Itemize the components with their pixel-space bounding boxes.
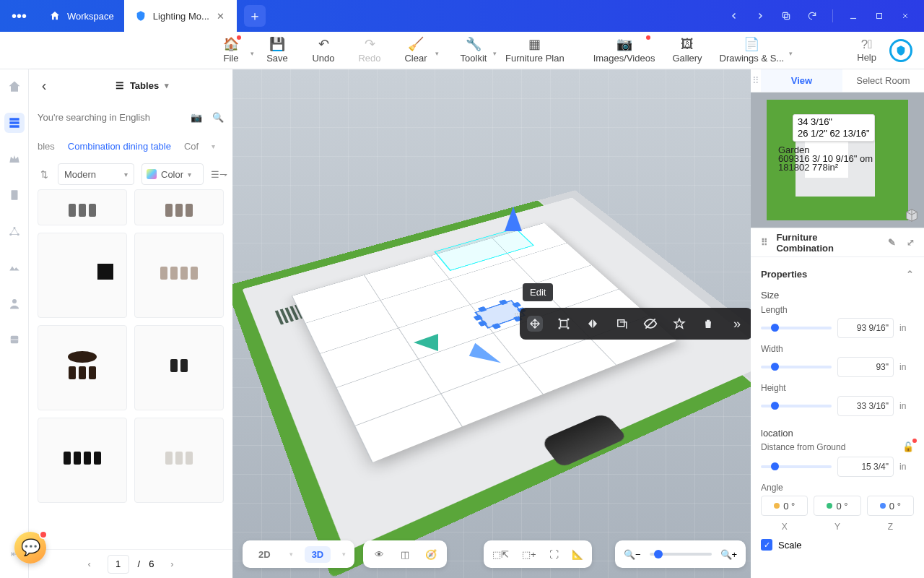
back-icon[interactable]: ‹ [36,77,52,94]
rail-cabinet-icon[interactable] [4,329,25,350]
tab-workspace[interactable]: Workspace [38,0,124,32]
rail-person-icon[interactable] [4,293,25,314]
zoom-in-icon[interactable]: 🔍+ [720,549,738,560]
search-icon[interactable]: 🔍 [212,112,224,123]
rail-crown-icon[interactable] [4,149,25,169]
copy-icon[interactable] [780,10,792,22]
catalog-item[interactable] [134,325,224,410]
length-slider[interactable] [761,327,832,329]
page-input[interactable] [108,555,129,574]
length-value[interactable]: 93 9/16" [837,318,894,338]
catalog-item[interactable] [134,189,224,225]
toolkit-button[interactable]: 🔧Toolkit▾ [459,37,488,64]
eye-icon[interactable]: 👁 [372,549,386,560]
refresh-icon[interactable] [806,10,818,22]
scale-checkbox[interactable]: ✓Scale [761,532,914,558]
view-3d[interactable]: 3D [305,546,331,563]
mirror-icon[interactable] [585,316,601,332]
window-close-icon[interactable] [899,10,911,22]
dfg-value[interactable]: 15 3/4" [837,457,894,477]
clear-button[interactable]: 🧹Clear▾ [401,37,430,64]
expand-icon[interactable]: ⤢ [905,237,917,248]
window-menu-icon[interactable]: ••• [0,8,38,25]
dfg-slider[interactable] [761,465,832,468]
minimap-view[interactable]: 34 3/16" 26 1/2" 62 13/16" Garden 609316… [751,92,924,228]
color-filter[interactable]: Color▾ [141,163,204,185]
minimap-tab-view[interactable]: View [761,69,842,92]
save-button[interactable]: 💾Save [263,37,292,64]
angle-z[interactable]: 0 ° [867,496,914,516]
chat-button[interactable]: 💬 [14,532,46,564]
gizmo-left-icon[interactable] [414,334,438,351]
nav-forward-icon[interactable] [754,10,766,22]
filter-tab-prev[interactable]: bles [38,141,55,152]
maximize-icon[interactable] [873,10,885,22]
chevron-down-icon[interactable]: ▾ [212,142,215,150]
compass-icon[interactable]: 🧭 [424,549,438,560]
gizmo-up-icon[interactable] [505,207,522,231]
view-2d[interactable]: 2D [251,546,278,563]
help-button[interactable]: ?⃝Help [857,38,876,63]
fullscreen-icon[interactable]: ⛶ [549,549,559,560]
snap-icon[interactable] [556,316,572,332]
style-filter[interactable]: Modern▾ [58,163,134,185]
images-videos-button[interactable]: 📷Images/Videos [593,37,655,64]
rail-3d-icon[interactable] [4,221,25,241]
width-value[interactable]: 93" [837,357,894,377]
minimize-icon[interactable] [847,10,859,22]
rail-catalog-icon[interactable] [4,113,25,133]
select-add-icon[interactable]: ⬚+ [522,549,536,560]
height-value[interactable]: 33 3/16" [837,396,894,416]
edit-icon[interactable]: ✎ [886,237,898,248]
filter-tab-next[interactable]: Cof [184,141,199,152]
panel-grip-icon[interactable]: ⠿ [751,69,761,92]
brand-icon[interactable] [889,39,912,62]
sort-icon[interactable]: ⇅ [38,169,51,180]
height-slider[interactable] [761,405,832,407]
zoom-slider[interactable] [650,553,712,556]
catalog-item[interactable] [134,233,224,318]
nav-back-icon[interactable] [728,10,740,22]
catalog-item[interactable] [38,233,127,318]
close-icon[interactable]: ✕ [215,10,227,22]
catalog-title[interactable]: ☰ Tables ▾ [59,80,225,91]
view-cube-icon[interactable] [904,207,920,223]
catalog-item[interactable] [38,418,127,503]
page-prev-icon[interactable]: ‹ [80,558,99,569]
rail-door-icon[interactable] [4,185,25,205]
minimap-tab-select[interactable]: Select Room [842,69,924,92]
measure-icon[interactable]: 📐 [572,549,583,560]
new-tab-button[interactable]: ＋ [244,5,266,27]
context-grip-icon[interactable]: ⠿ [514,312,518,335]
zoom-out-icon[interactable]: 🔍− [624,549,641,560]
rail-home-icon[interactable] [4,77,25,97]
move-icon[interactable] [527,316,543,332]
redo-button[interactable]: ↷Redo [355,37,384,64]
undo-button[interactable]: ↶Undo [309,37,338,64]
camera-search-icon[interactable]: 📷 [191,112,202,123]
cube-icon[interactable]: ◫ [398,549,412,560]
chevron-up-icon[interactable]: ⌃ [906,269,914,280]
rail-landscape-icon[interactable] [4,257,25,277]
more-icon[interactable]: » [729,316,745,332]
catalog-item[interactable] [134,418,224,503]
file-button[interactable]: 🏠File▾ [217,37,245,64]
furniture-plan-button[interactable]: ▦Furniture Plan [505,37,565,64]
tab-active[interactable]: Lighting Mo... ✕ [124,0,237,32]
search-input[interactable] [38,112,180,123]
filter-tab-active[interactable]: Combination dining table [68,141,171,152]
angle-y[interactable]: 0 ° [814,496,860,516]
lock-icon[interactable]: 🔓 [902,441,914,452]
gallery-button[interactable]: 🖼Gallery [672,37,702,64]
catalog-item[interactable] [38,325,127,410]
duplicate-icon[interactable] [614,316,629,332]
panel-grip-icon[interactable]: ⠿ [758,237,770,248]
drawings-button[interactable]: 📄Drawings & S...▾ [720,37,785,64]
angle-x[interactable]: 0 ° [761,496,808,516]
delete-icon[interactable] [700,316,716,332]
select-rect-icon[interactable]: ⬚⇱ [492,549,509,560]
catalog-item[interactable] [38,189,127,225]
page-next-icon[interactable]: › [162,558,181,569]
hide-icon[interactable] [642,316,658,332]
favorite-icon[interactable] [671,316,687,332]
